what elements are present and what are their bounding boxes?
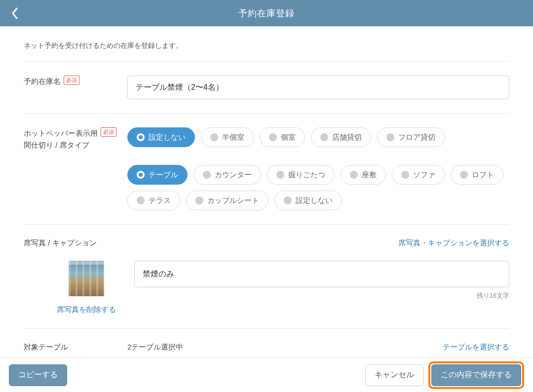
required-badge: 必須 [64,76,79,85]
radio-icon [137,133,145,141]
copy-button[interactable]: コピーする [9,364,67,386]
seat-type-chip-4[interactable]: ソファ [392,165,445,185]
chip-label: 設定しない [296,196,333,205]
seat-type-chip-8[interactable]: 設定しない [274,191,342,210]
inventory-name-input[interactable] [127,76,509,99]
seat-type-chip-1[interactable]: カウンター [193,165,261,185]
chip-label: ソファ [413,170,435,180]
radio-icon [320,133,328,141]
seat-type-chip-6[interactable]: テラス [127,191,180,210]
radio-icon [276,171,284,179]
partition-chip-1[interactable]: 半個室 [201,127,254,147]
radio-icon [460,171,468,179]
seat-type-chip-0[interactable]: テーブル [127,165,188,185]
cancel-button[interactable]: キャンセル [365,364,423,386]
row-seat-photo: 席写真 / キャプション 席写真・キャプションを選択する 席写真を削除する 残り… [24,225,509,329]
row-partition-seat-type: ホットペッパー表示用 間仕切り / 席タイプ 必須 設定しない半個室個室店舗貸切… [24,114,509,225]
label-seat-photo: 席写真 / キャプション [24,238,97,248]
radio-icon [137,196,145,204]
header: 予約在庫登録 [0,0,533,27]
radio-icon [269,133,277,141]
seat-type-chip-7[interactable]: カップルシート [186,191,268,210]
radio-icon [284,196,292,204]
partition-chip-4[interactable]: フロア貸切 [377,127,445,147]
chip-label: 個室 [281,133,296,142]
partition-chip-2[interactable]: 個室 [260,127,305,147]
footer: コピーする キャンセル この内容で保存する [0,357,533,392]
seat-type-chip-3[interactable]: 座敷 [341,165,386,185]
radio-icon [195,196,203,204]
chip-label: 掘りごたつ [288,170,325,180]
partition-chip-3[interactable]: 店舗貸切 [311,127,371,147]
chip-label: カップルシート [207,196,259,205]
label-target-tables: 対象テーブル [24,343,127,352]
chip-label: フロア貸切 [398,133,435,142]
save-button[interactable]: この内容で保存する [431,364,521,386]
chip-label: 設定しない [149,133,186,142]
seat-photo-thumbnail[interactable] [69,261,104,296]
radio-icon [210,133,218,141]
save-highlight: この内容で保存する [428,361,524,389]
label-inventory-name: 予約在庫名 必須 [24,76,127,99]
partition-chip-group: 設定しない半個室個室店舗貸切フロア貸切 [127,127,509,147]
target-tables-value: 2テーブル選択中 [127,343,183,352]
back-icon[interactable] [11,7,19,19]
chip-label: ロフト [472,170,494,180]
char-left-text: 残り16文字 [134,291,509,300]
delete-seat-photo-link[interactable]: 席写真を削除する [57,305,116,314]
select-tables-link[interactable]: テーブルを選択する [443,343,509,352]
page-title: 予約在庫登録 [0,7,533,19]
chip-label: 店舗貸切 [332,133,362,142]
chip-label: 座敷 [362,170,377,180]
radio-icon [350,171,358,179]
radio-icon [401,171,409,179]
row-target-tables: 対象テーブル 2テーブル選択中 テーブルを選択する [24,329,509,357]
row-inventory-name: 予約在庫名 必須 [24,62,509,114]
chip-label: テーブル [149,170,178,180]
content-scroll: ネット予約を受け付けるための在庫を登録します。 予約在庫名 必須 ホットペッパー… [0,27,533,357]
radio-icon [137,171,145,179]
caption-input[interactable] [134,261,509,287]
label-text: 予約在庫名 [24,76,61,87]
seat-type-chip-2[interactable]: 掘りごたつ [267,165,335,185]
radio-icon [386,133,394,141]
chip-label: テラス [149,196,171,205]
partition-chip-0[interactable]: 設定しない [127,127,195,147]
seat-type-chip-5[interactable]: ロフト [451,165,503,185]
chip-label: 半個室 [222,133,244,142]
label-text-line1: ホットペッパー表示用 [24,129,98,137]
label-partition-seat-type: ホットペッパー表示用 間仕切り / 席タイプ 必須 [24,127,127,210]
chip-label: カウンター [215,170,252,180]
intro-text: ネット予約を受け付けるための在庫を登録します。 [24,27,509,61]
required-badge: 必須 [101,127,116,137]
radio-icon [203,171,211,179]
label-text-line2: 間仕切り / 席タイプ [24,141,89,149]
seat-type-chip-group: テーブルカウンター掘りごたつ座敷ソファロフトテラスカップルシート設定しない [127,165,509,210]
select-seat-photo-link[interactable]: 席写真・キャプションを選択する [398,238,509,248]
